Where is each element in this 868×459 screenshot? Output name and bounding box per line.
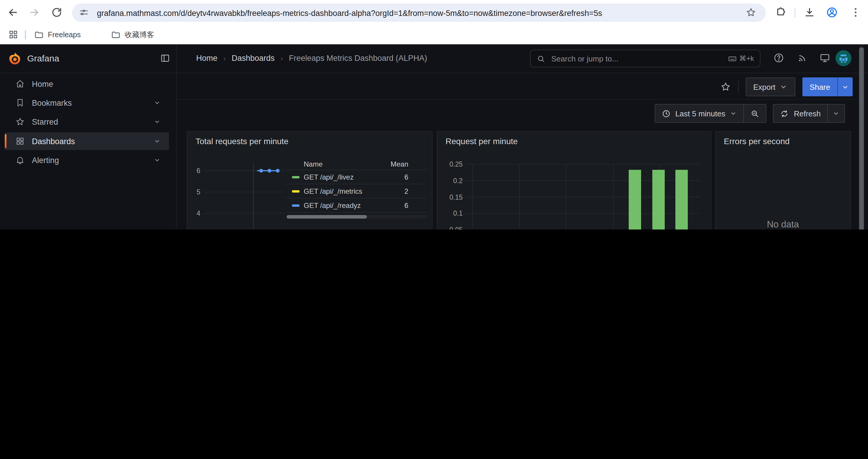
monitor-kiosk-icon[interactable]	[819, 53, 830, 63]
keyboard-icon	[728, 54, 737, 63]
chevron-down-icon[interactable]	[154, 138, 161, 145]
sidebar-item-bookmarks[interactable]: Bookmarks	[5, 94, 169, 112]
bookmark-folder-blogs[interactable]: 收藏博客	[111, 30, 154, 40]
chevron-down-icon	[841, 83, 849, 91]
active-indicator	[5, 134, 6, 148]
request-per-minute-chart	[437, 132, 712, 230]
sidebar-item-starred[interactable]: Starred	[5, 113, 169, 131]
back-icon[interactable]	[7, 6, 19, 18]
profile-icon[interactable]	[826, 6, 838, 18]
sidebar-item-dashboards[interactable]: Dashboards	[5, 132, 169, 150]
legend-divider	[286, 198, 427, 198]
news-rss-icon[interactable]	[797, 53, 808, 63]
browser-menu-icon[interactable]	[850, 6, 862, 18]
legend-row-name[interactable]: GET /api/_/readyz	[304, 201, 361, 210]
search-box[interactable]: ⌘+k	[530, 50, 761, 67]
bookmarks-bar: Freeleaps 收藏博客	[0, 25, 868, 45]
folder-icon	[34, 30, 44, 40]
downloads-icon[interactable]	[804, 6, 815, 18]
grafana-logo-icon[interactable]	[8, 52, 22, 66]
sidebar-item-label: Starred	[32, 117, 58, 126]
export-label: Export	[753, 83, 775, 91]
sidebar-item-label: Home	[32, 79, 53, 88]
panel-total-requests[interactable]: Total requests per minute 6 5 4 3 2 17:4…	[187, 131, 433, 230]
legend-divider	[286, 184, 427, 184]
breadcrumb-home[interactable]: Home	[196, 54, 217, 63]
reload-icon[interactable]	[51, 6, 63, 18]
time-range-label: Last 5 minutes	[675, 109, 725, 118]
folder-icon	[111, 30, 121, 40]
chevron-down-icon	[730, 110, 737, 117]
breadcrumb-current: Freeleaps Metrics Dashboard (ALPHA)	[289, 54, 427, 63]
export-button[interactable]: Export	[745, 77, 795, 96]
scrollbar-thumb[interactable]	[859, 47, 864, 230]
help-icon[interactable]	[773, 53, 784, 63]
legend-divider	[286, 169, 427, 170]
time-picker-group: Last 5 minutes	[655, 104, 767, 123]
legend-divider	[286, 212, 427, 213]
share-menu-button[interactable]	[837, 77, 852, 96]
legend-row-name[interactable]: GET /api/_/livez	[304, 173, 354, 182]
breadcrumb-dashboards[interactable]: Dashboards	[231, 54, 275, 63]
bookmark-label: 收藏博客	[125, 30, 154, 40]
scrollbar-thumb[interactable]	[286, 215, 367, 219]
forward-icon[interactable]	[28, 6, 40, 18]
search-icon	[536, 54, 546, 63]
dashboard-actions: Export Share	[720, 77, 852, 96]
browser-chrome: Freeleaps 收藏博客	[0, 0, 868, 44]
no-data-message: No data	[716, 219, 850, 230]
extensions-icon[interactable]	[775, 6, 787, 18]
chevron-down-icon[interactable]	[154, 157, 161, 164]
series-swatch	[292, 176, 300, 178]
url-bar[interactable]	[72, 4, 766, 22]
user-avatar[interactable]	[836, 50, 851, 66]
sidebar-item-alerting[interactable]: Alerting	[5, 151, 169, 169]
series-swatch	[292, 204, 300, 207]
share-button[interactable]: Share	[803, 77, 837, 96]
actions-divider	[738, 80, 738, 93]
apps-grid-icon[interactable]	[8, 30, 18, 40]
y-tick: 6	[187, 167, 200, 174]
search-input[interactable]	[550, 54, 723, 64]
toolbar-divider	[795, 8, 795, 18]
sidebar-item-home[interactable]: Home	[5, 75, 169, 93]
grafana-brand[interactable]: Grafana	[27, 53, 59, 63]
refresh-icon	[780, 109, 789, 118]
sidebar-toggle-icon[interactable]	[160, 53, 170, 63]
zoom-out-button[interactable]	[744, 104, 766, 122]
refresh-button[interactable]: Refresh	[774, 104, 827, 122]
zoom-out-icon	[751, 109, 760, 118]
screen: Freeleaps 收藏博客 Grafana	[0, 0, 868, 230]
subheader-divider	[177, 99, 859, 100]
panel-request-per-minute[interactable]: Request per minute 0.25 0.2 0.15 0.1 0.0…	[437, 131, 711, 230]
y-tick: 0.2	[437, 177, 463, 184]
y-tick: 4	[187, 210, 200, 217]
chevron-down-icon[interactable]	[154, 99, 161, 106]
y-tick: 5	[187, 189, 200, 196]
panel-title[interactable]: Errors per second	[724, 136, 790, 146]
panel-errors-per-second[interactable]: Errors per second No data	[715, 131, 851, 230]
chevron-down-icon[interactable]	[154, 118, 161, 125]
legend-scrollbar[interactable]	[286, 215, 427, 219]
time-range-button[interactable]: Last 5 minutes	[655, 104, 744, 122]
favorite-star-icon[interactable]	[720, 81, 731, 92]
legend-row-name[interactable]: GET /api/_/metrics	[304, 187, 362, 196]
site-settings-icon[interactable]	[79, 7, 89, 18]
y-tick: 0.15	[437, 193, 463, 201]
bookmark-label: Freeleaps	[48, 31, 81, 39]
star-icon	[16, 117, 25, 126]
refresh-group: Refresh	[773, 104, 845, 123]
bookmark-folder-freeleaps[interactable]: Freeleaps	[34, 30, 81, 40]
bookmark-star-icon[interactable]	[746, 7, 756, 18]
bell-icon	[16, 155, 25, 165]
legend-header-name[interactable]: Name	[304, 160, 322, 168]
sidebar-item-label: Bookmarks	[32, 98, 72, 107]
sidebar-item-label: Alerting	[32, 156, 59, 165]
breadcrumb: Home › Dashboards › Freeleaps Metrics Da…	[196, 54, 427, 63]
y-tick: 0.25	[437, 161, 463, 168]
page-scrollbar[interactable]	[859, 44, 864, 230]
y-tick: 0.1	[437, 210, 463, 217]
legend-header-mean[interactable]: Mean	[365, 160, 408, 168]
refresh-interval-button[interactable]	[828, 104, 844, 122]
url-input[interactable]	[96, 4, 742, 23]
